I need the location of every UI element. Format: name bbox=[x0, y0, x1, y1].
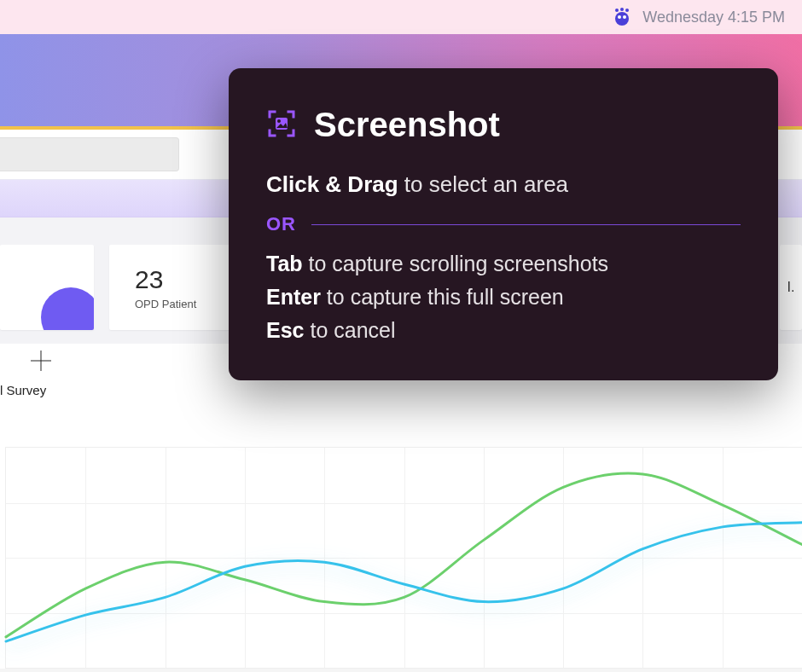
search-input[interactable] bbox=[0, 137, 179, 171]
stat-card-opd[interactable]: 23 OPD Patient bbox=[109, 245, 237, 330]
stat-label: OPD Patient bbox=[135, 298, 212, 310]
chart-series-green bbox=[6, 473, 802, 637]
screenshot-overlay: Screenshot Click & Drag to select an are… bbox=[229, 68, 778, 380]
clock-text: Wednesday 4:15 PM bbox=[642, 9, 785, 26]
instruction-enter: Enter to capture this full screen bbox=[266, 281, 741, 314]
svg-point-9 bbox=[277, 119, 281, 123]
chart-container bbox=[0, 413, 802, 669]
survey-title: l Survey bbox=[0, 383, 802, 397]
svg-point-4 bbox=[620, 8, 624, 11]
stat-value: 23 bbox=[135, 265, 212, 294]
stat-card-partial[interactable]: ent bbox=[0, 245, 94, 330]
instruction-esc: Esc to cancel bbox=[266, 314, 741, 347]
svg-point-3 bbox=[615, 9, 619, 12]
divider-line bbox=[311, 224, 741, 225]
instruction-tab: Tab to capture scrolling screenshots bbox=[266, 247, 741, 281]
svg-point-0 bbox=[615, 12, 629, 26]
chart-series-blue bbox=[6, 523, 802, 641]
svg-point-2 bbox=[623, 15, 626, 19]
instruction-clickdrag: Click & Drag to select an area bbox=[266, 171, 741, 198]
screenshot-frame-icon bbox=[266, 108, 297, 142]
tray-app-icon[interactable] bbox=[612, 7, 632, 27]
svg-point-1 bbox=[618, 15, 621, 19]
stat-card-right-clip[interactable]: I. bbox=[780, 245, 802, 330]
stat-card-text-clip: I. bbox=[787, 280, 795, 295]
or-label: OR bbox=[266, 213, 296, 235]
overlay-title: Screenshot bbox=[314, 106, 500, 144]
status-bar: Wednesday 4:15 PM bbox=[0, 0, 802, 34]
divider-or: OR bbox=[266, 213, 741, 235]
survey-chart bbox=[5, 447, 802, 669]
svg-point-5 bbox=[625, 9, 629, 12]
